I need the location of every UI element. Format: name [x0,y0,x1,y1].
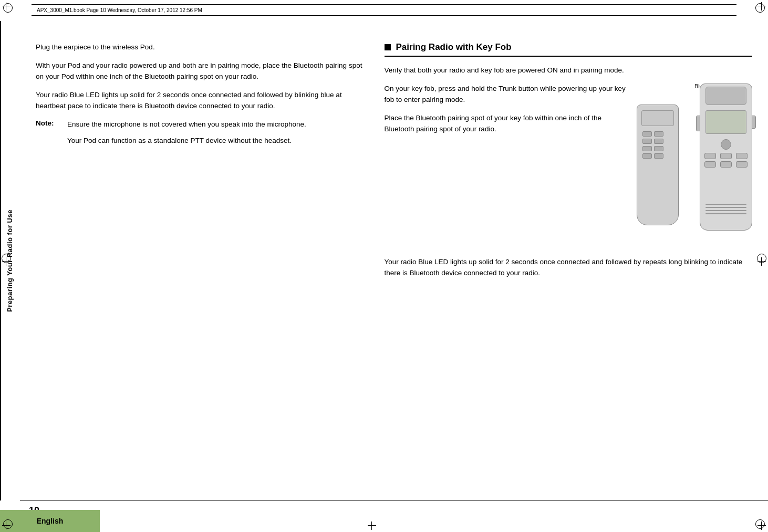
right-para-4: Your radio Blue LED lights up solid for … [385,252,752,279]
radio-btn-1 [704,153,716,159]
crosshair-tl [2,2,11,11]
reg-mark-mr [757,254,766,263]
radio-side-button-left [696,116,700,131]
speaker-line-1 [705,204,746,205]
keyfob-btn-4 [654,139,663,144]
keyfob-btn-8 [654,153,663,159]
heading-text: Pairing Radio with Key Fob [396,42,512,53]
keyfob-btn-1 [642,131,652,137]
note-label: Note: [36,119,65,130]
device-illustration: Bluetooth Pairing Spot [637,84,752,246]
left-para-3: Your radio Blue LED lights up solid for … [36,90,364,112]
header-text: APX_3000_M1.book Page 10 Wednesday, Octo… [37,7,202,13]
keyfob-btn-2 [654,131,663,137]
left-column: Plug the earpiece to the wireless Pod. W… [20,21,379,479]
page-footer: 10 English [0,479,768,532]
english-tab: English [0,510,100,532]
speaker-line-3 [705,210,746,211]
english-tab-text: English [37,517,64,525]
left-para-2: With your Pod and your radio powered up … [36,60,364,82]
section-heading: Pairing Radio with Key Fob [385,42,752,57]
right-para-1: Verify that both your radio and key fob … [385,65,752,76]
radio-btn-5 [720,161,732,168]
speaker-line-2 [705,207,746,208]
crosshair-bl [2,521,11,530]
radio-handset [700,84,752,231]
speaker-line-4 [705,213,746,214]
left-para-1: Plug the earpiece to the wireless Pod. [36,42,364,53]
radio-speaker [705,199,746,220]
crosshair-br [757,521,766,530]
radio-screen [705,110,746,134]
crosshair-bc [368,521,376,530]
keyfob-btn-6 [654,146,663,151]
keyfob-btn-3 [642,139,652,144]
reg-mark-ml [2,254,11,263]
radio-btn-4 [704,161,716,168]
footer-line [20,500,768,500]
keyfob-screen [641,110,674,126]
keyfob-device [637,105,679,225]
crosshair-tr [757,2,766,11]
radio-btn-row-2 [704,161,748,168]
radio-btn-2 [720,153,732,159]
keyfob-buttons [642,131,673,159]
keyfob-btn-5 [642,146,652,151]
note-block: Note: Ensure the microphone is not cover… [36,119,364,130]
right-column: Pairing Radio with Key Fob Verify that b… [379,21,768,479]
heading-square-icon [385,44,391,50]
radio-knob [721,139,731,150]
radio-controls [704,139,748,170]
note-content: Ensure the microphone is not covered whe… [67,119,306,130]
radio-btn-3 [736,153,748,159]
radio-btn-6 [736,161,748,168]
note-indent: Your Pod can function as a standalone PT… [67,135,364,147]
main-content: Plug the earpiece to the wireless Pod. W… [20,21,768,479]
keyfob-btn-7 [642,153,652,159]
image-text-section: Bluetooth Pairing Spot [385,84,752,252]
page-header: APX_3000_M1.book Page 10 Wednesday, Octo… [32,4,736,16]
radio-side-button-right [752,116,756,129]
radio-top [705,87,746,105]
radio-btn-row-1 [704,153,748,159]
